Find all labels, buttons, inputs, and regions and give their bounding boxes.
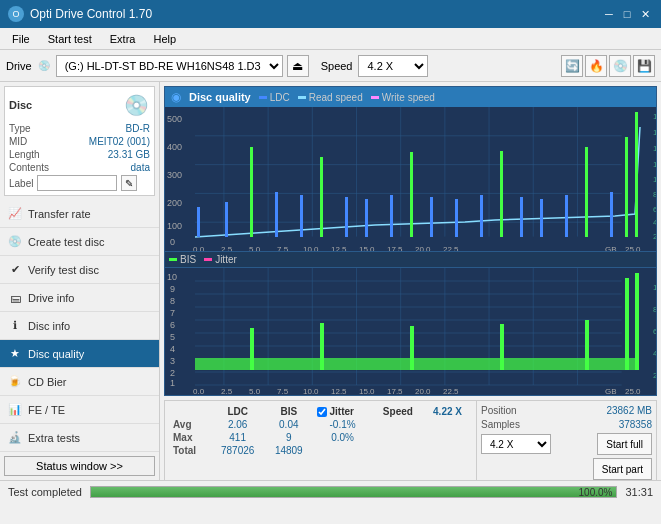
legend-jitter-label: Jitter <box>215 254 237 265</box>
svg-rect-19 <box>320 157 323 237</box>
svg-rect-84 <box>410 326 414 370</box>
svg-text:0.0: 0.0 <box>193 387 205 396</box>
position-value: 23862 MB <box>606 405 652 416</box>
svg-text:0: 0 <box>170 237 175 247</box>
nav-transfer-rate-label: Transfer rate <box>28 208 91 220</box>
stats-table-container: LDC BIS Jitter Speed 4.22 X <box>165 401 476 480</box>
svg-text:8%: 8% <box>653 305 656 314</box>
legend-write: Write speed <box>371 92 435 103</box>
svg-text:12.5: 12.5 <box>331 387 347 396</box>
svg-text:8: 8 <box>170 296 175 306</box>
jitter-checkbox[interactable] <box>317 407 327 417</box>
svg-text:17.5: 17.5 <box>387 245 403 251</box>
col-header-speed-value: 4.22 X <box>423 405 472 418</box>
nav-disc-info[interactable]: ℹ Disc info <box>0 312 159 340</box>
svg-text:500: 500 <box>167 114 182 124</box>
nav-create-test-disc[interactable]: 💿 Create test disc <box>0 228 159 256</box>
svg-text:400: 400 <box>167 142 182 152</box>
nav-menu: 📈 Transfer rate 💿 Create test disc ✔ Ver… <box>0 200 159 452</box>
start-full-button[interactable]: Start full <box>597 433 652 455</box>
extra-tests-icon: 🔬 <box>8 431 22 445</box>
stats-speed-selector[interactable]: 4.2 X <box>481 434 551 454</box>
total-empty <box>373 444 423 457</box>
svg-rect-23 <box>410 152 413 237</box>
svg-text:22.5: 22.5 <box>443 245 459 251</box>
length-value: 23.31 GB <box>108 149 150 160</box>
max-empty2 <box>423 431 472 444</box>
nav-verify-test-disc[interactable]: ✔ Verify test disc <box>0 256 159 284</box>
drive-selector[interactable]: (G:) HL-DT-ST BD-RE WH16NS48 1.D3 <box>56 55 283 77</box>
status-text: Test completed <box>8 486 82 498</box>
max-empty <box>373 431 423 444</box>
nav-verify-disc-label: Verify test disc <box>28 264 99 276</box>
svg-rect-27 <box>500 151 503 237</box>
nav-transfer-rate[interactable]: 📈 Transfer rate <box>0 200 159 228</box>
svg-rect-29 <box>540 199 543 237</box>
svg-text:2.5: 2.5 <box>221 245 233 251</box>
eject-button[interactable]: ⏏ <box>287 55 309 77</box>
status-window-button[interactable]: Status window >> <box>4 456 155 476</box>
stats-right-panel: Position 23862 MB Samples 378358 4.2 X S… <box>476 401 656 480</box>
nav-cd-bier[interactable]: 🍺 CD Bier <box>0 368 159 396</box>
read-dot <box>298 96 306 99</box>
total-empty2 <box>423 444 472 457</box>
col-header-jitter-check: Jitter <box>313 405 373 418</box>
speed-label: Speed <box>321 60 353 72</box>
minimize-button[interactable]: ─ <box>601 6 617 22</box>
nav-extra-tests[interactable]: 🔬 Extra tests <box>0 424 159 452</box>
mid-label: MID <box>9 136 27 147</box>
nav-disc-quality-label: Disc quality <box>28 348 84 360</box>
maximize-button[interactable]: □ <box>619 6 635 22</box>
title-bar: O Opti Drive Control 1.70 ─ □ ✕ <box>0 0 661 28</box>
save-button[interactable]: 💾 <box>633 55 655 77</box>
svg-text:100: 100 <box>167 221 182 231</box>
start-part-button[interactable]: Start part <box>593 458 652 480</box>
svg-text:14X: 14X <box>653 144 656 153</box>
svg-text:18X: 18X <box>653 112 656 121</box>
svg-text:0.0: 0.0 <box>193 245 205 251</box>
disc-title: Disc <box>9 99 32 111</box>
svg-rect-34 <box>635 112 638 237</box>
progress-fill <box>91 487 616 497</box>
menu-help[interactable]: Help <box>145 29 184 49</box>
col-header-bis: BIS <box>265 405 312 418</box>
close-button[interactable]: ✕ <box>637 6 653 22</box>
speed-selector[interactable]: 4.2 X <box>358 55 428 77</box>
svg-text:7.5: 7.5 <box>277 245 289 251</box>
svg-rect-25 <box>455 199 458 237</box>
nav-disc-quality[interactable]: ★ Disc quality <box>0 340 159 368</box>
avg-jitter: -0.1% <box>313 418 373 431</box>
label-edit-button[interactable]: ✎ <box>121 175 137 191</box>
nav-drive-info[interactable]: 🖴 Drive info <box>0 284 159 312</box>
nav-cd-bier-label: CD Bier <box>28 376 67 388</box>
svg-text:5.0: 5.0 <box>249 245 261 251</box>
menu-start-test[interactable]: Start test <box>40 29 100 49</box>
cd-bier-icon: 🍺 <box>8 375 22 389</box>
label-input[interactable] <box>37 175 117 191</box>
menu-extra[interactable]: Extra <box>102 29 144 49</box>
burn-button[interactable]: 🔥 <box>585 55 607 77</box>
transfer-rate-icon: 📈 <box>8 207 22 221</box>
svg-rect-87 <box>625 278 629 370</box>
svg-text:8X: 8X <box>653 190 656 199</box>
menu-file[interactable]: File <box>4 29 38 49</box>
mid-value: MEIT02 (001) <box>89 136 150 147</box>
status-bar: Test completed 100.0% 31:31 <box>0 480 661 502</box>
total-label: Total <box>169 444 210 457</box>
create-disc-icon: 💿 <box>8 235 22 249</box>
disc-button[interactable]: 💿 <box>609 55 631 77</box>
position-row: Position 23862 MB <box>481 405 652 416</box>
nav-fe-te[interactable]: 📊 FE / TE <box>0 396 159 424</box>
svg-rect-85 <box>500 324 504 370</box>
total-jitter <box>313 444 373 457</box>
nav-create-disc-label: Create test disc <box>28 236 104 248</box>
refresh-button[interactable]: 🔄 <box>561 55 583 77</box>
svg-text:17.5: 17.5 <box>387 387 403 396</box>
col-header-ldc: LDC <box>210 405 265 418</box>
svg-text:10.0: 10.0 <box>303 245 319 251</box>
svg-rect-30 <box>565 195 568 237</box>
svg-text:15.0: 15.0 <box>359 387 375 396</box>
lower-chart: 10 9 8 7 6 5 4 3 2 1 10% 8% 6% 4% 2% <box>165 268 656 396</box>
legend-write-label: Write speed <box>382 92 435 103</box>
bis-dot <box>169 258 177 261</box>
